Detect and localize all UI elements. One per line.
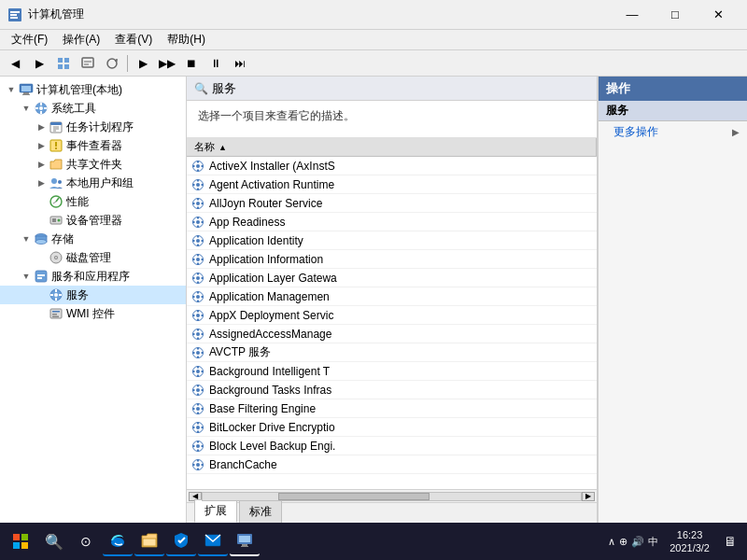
svg-rect-158 [202,464,204,466]
tab-standard[interactable]: 标准 [239,500,282,523]
tree-node-services-apps[interactable]: ▼ 服务和应用程序 [0,267,186,286]
list-item[interactable]: ActiveX Installer (AxInstS [187,157,597,175]
list-item[interactable]: AVCTP 服务 [187,343,597,362]
hscroll-track[interactable] [202,492,582,501]
svg-rect-85 [192,240,195,242]
service-gear-icon [190,233,205,248]
svg-rect-73 [192,203,195,204]
list-item[interactable]: Block Level Backup Engi. [187,437,597,455]
tree-node-performance[interactable]: 性能 [0,192,186,211]
edge-icon[interactable] [103,526,133,556]
list-item[interactable]: App Readiness [187,213,597,231]
tray-arrow[interactable]: ∧ [608,536,615,548]
tree-node-local-users[interactable]: ▶ 本地用户和组 [0,174,186,192]
list-item[interactable]: BitLocker Drive Encryptio [187,418,597,437]
tree-node-storage[interactable]: ▼ 存储 [0,230,186,248]
list-item[interactable]: BranchCache [187,455,597,474]
svg-rect-101 [197,291,199,294]
list-item[interactable]: AllJoyn Router Service [187,194,597,213]
event-viewer-expander[interactable]: ▶ [34,136,49,155]
svg-rect-155 [197,459,199,462]
svg-rect-114 [197,337,199,340]
task-scheduler-expander[interactable]: ▶ [34,118,49,136]
svg-rect-146 [202,427,204,428]
svg-rect-61 [192,165,195,167]
maximize-button[interactable]: □ [654,0,697,30]
tree-node-services[interactable]: 服务 [0,286,186,304]
service-gear-icon [190,383,205,398]
toolbar-play[interactable]: ▶ [132,53,154,74]
local-users-expander[interactable]: ▶ [34,174,49,192]
hscroll-right-button[interactable]: ▶ [582,492,595,501]
computer-management-app-icon[interactable] [230,526,260,556]
horizontal-scrollbar[interactable]: ◀ ▶ [187,489,597,502]
device-manager-expander[interactable] [34,211,49,230]
storage-expander[interactable]: ▼ [19,230,34,248]
menu-file[interactable]: 文件(F) [4,30,55,49]
svg-rect-46 [37,277,42,279]
toolbar-back[interactable]: ◀ [4,53,26,74]
tree-node-task-scheduler[interactable]: ▶ 任务计划程序 [0,118,186,136]
tree-root-expander[interactable]: ▼ [4,80,19,99]
wmi-expander[interactable] [34,304,49,323]
services-list-body[interactable]: ActiveX Installer (AxInstS Agent Activat… [187,157,597,489]
list-item[interactable]: AssignedAccessManage [187,325,597,343]
taskbar: 🔍 ⊙ [0,523,747,560]
list-item[interactable]: Agent Activation Runtime [187,175,597,194]
shared-folders-expander[interactable]: ▶ [34,155,49,174]
list-item[interactable]: Background Tasks Infras [187,381,597,399]
tree-root[interactable]: ▼ 计算机管理(本地) [0,80,186,99]
toolbar-forward[interactable]: ▶ [28,53,50,74]
toolbar-skip[interactable]: ⏭ [229,53,251,74]
list-item[interactable]: Background Intelligent T [187,362,597,381]
toolbar-play2[interactable]: ▶▶ [156,53,178,74]
mail-icon[interactable] [198,526,228,556]
list-item[interactable]: Base Filtering Engine [187,399,597,418]
svg-rect-131 [197,385,199,387]
disk-management-expander[interactable] [34,248,49,267]
close-button[interactable]: ✕ [697,0,740,30]
minimize-button[interactable]: — [611,0,654,30]
tree-node-wmi[interactable]: WMI 控件 [0,304,186,323]
toolbar-properties[interactable] [77,53,99,74]
menu-view[interactable]: 查看(V) [107,30,160,49]
clock[interactable]: 16:23 2021/3/2 [664,528,715,555]
tree-node-system-tools[interactable]: ▼ 系统工具 [0,99,186,118]
svg-rect-15 [22,94,30,95]
hscroll-thumb[interactable] [278,493,430,500]
task-view-button[interactable]: ⊙ [71,526,101,556]
security-icon[interactable] [166,526,196,556]
list-item[interactable]: Application Managemen [187,287,597,306]
tree-node-device-manager[interactable]: 设备管理器 [0,211,186,230]
menu-help[interactable]: 帮助(H) [160,30,213,49]
svg-rect-45 [37,274,45,276]
toolbar-refresh[interactable] [101,53,123,74]
search-button[interactable]: 🔍 [39,526,69,556]
notifications-button[interactable]: 🖥 [717,526,743,556]
services-expander[interactable] [34,286,49,304]
performance-expander[interactable] [34,192,49,211]
system-tray: ∧ ⊕ 🔊 中 [608,535,658,549]
list-item[interactable]: Application Layer Gatewa [187,269,597,287]
tree-node-shared-folders[interactable]: ▶ 共享文件夹 [0,155,186,174]
list-item[interactable]: Application Information [187,250,597,269]
toolbar-pause[interactable]: ⏸ [204,53,227,74]
start-button[interactable] [4,525,37,558]
tab-extended[interactable]: 扩展 [194,499,237,523]
toolbar-up[interactable] [52,53,75,74]
svg-rect-110 [202,315,204,316]
svg-rect-92 [202,259,204,260]
tree-node-disk-management[interactable]: 磁盘管理 [0,248,186,267]
menu-action[interactable]: 操作(A) [55,30,107,49]
file-explorer-icon[interactable] [134,526,164,556]
tree-panel: ▼ 计算机管理(本地) ▼ [0,77,187,523]
list-item[interactable]: AppX Deployment Servic [187,306,597,325]
service-name: Background Intelligent T [209,365,330,378]
toolbar-stop[interactable]: ⏹ [180,53,203,74]
system-tools-expander[interactable]: ▼ [19,99,34,118]
list-item[interactable]: Application Identity [187,231,597,250]
actions-more-item[interactable]: 更多操作 ▶ [599,121,747,143]
services-col-name[interactable]: 名称 ▲ [187,138,597,156]
tree-node-event-viewer[interactable]: ▶ 事件查看器 [0,136,186,155]
services-apps-expander[interactable]: ▼ [19,267,34,286]
